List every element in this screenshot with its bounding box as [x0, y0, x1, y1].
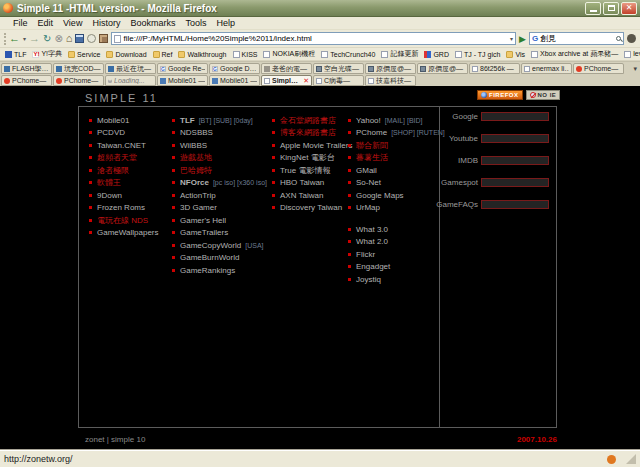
tab[interactable]: 86t256k — — [469, 63, 520, 74]
tab[interactable]: Mobile01 — — [157, 75, 208, 86]
minimize-button[interactable] — [585, 2, 601, 15]
reload-button[interactable]: ↻ — [43, 34, 51, 44]
all-tabs-dropdown-icon[interactable]: ▾ — [633, 65, 637, 73]
menu-file[interactable]: File — [8, 18, 33, 28]
bookmark-item[interactable]: Download — [106, 51, 146, 58]
link-hbo-taiwan[interactable]: HBO Taiwan — [280, 178, 324, 187]
link-joystiq[interactable]: Joystiq — [356, 275, 381, 284]
link-so-net[interactable]: So-Net — [356, 178, 381, 187]
link-mobile01[interactable]: Mobile01 — [97, 116, 129, 125]
bookmark-item[interactable]: Y!字典 — [32, 49, 62, 59]
close-button[interactable]: ✕ — [621, 2, 637, 15]
link-discovery-taiwan[interactable]: Discovery Taiwan — [280, 203, 342, 212]
go-button[interactable]: ▶ — [519, 34, 526, 44]
link-what-2-0[interactable]: What 2.0 — [356, 237, 388, 246]
bookmark-item[interactable]: Service — [68, 51, 100, 58]
menu-view[interactable]: View — [58, 18, 87, 28]
link-nds[interactable]: 電玩在線 NDS — [97, 215, 148, 226]
link-gamecopyworld[interactable]: GameCopyWorld — [180, 241, 241, 250]
link-item[interactable]: 聯合新聞 — [356, 140, 388, 151]
link-item[interactable]: 巴哈姆特 — [180, 165, 212, 176]
bookmark-item[interactable]: Ref — [153, 51, 173, 58]
link-gamerankings[interactable]: GameRankings — [180, 266, 235, 275]
extension-icon[interactable] — [627, 34, 636, 43]
link-gameburnworld[interactable]: GameBurnWorld — [180, 253, 239, 262]
link-gmail[interactable]: GMail — [356, 166, 377, 175]
bookmark-item[interactable]: NOKIA刷機程 — [263, 49, 315, 59]
tab[interactable]: 最近在玩— — [105, 63, 156, 74]
link-item[interactable]: 遊戲基地 — [180, 152, 212, 163]
link-actiontrip[interactable]: ActionTrip — [180, 191, 216, 200]
restore-button[interactable] — [603, 2, 619, 15]
back-button[interactable]: ← — [9, 33, 20, 44]
tab[interactable]: 原價屋@— — [417, 63, 468, 74]
google-search-input[interactable] — [481, 112, 549, 121]
link-pcdvd[interactable]: PCDVD — [97, 128, 125, 137]
link-gamer-s-hell[interactable]: Gamer's Hell — [180, 216, 226, 225]
menu-history[interactable]: History — [87, 18, 125, 28]
bookmark-item[interactable]: KISS — [233, 51, 258, 58]
bookmark-item[interactable]: 記錄更新 — [381, 49, 418, 59]
link-engadget[interactable]: Engadget — [356, 262, 390, 271]
link-frozen-roms[interactable]: Frozen Roms — [97, 203, 145, 212]
link-pchome[interactable]: PChome — [356, 128, 387, 137]
tab[interactable]: C病毒— — [313, 75, 364, 86]
resize-grip-icon[interactable] — [626, 454, 636, 464]
google-engine-icon[interactable]: G — [532, 34, 538, 43]
bookmark-item[interactable]: Xbox archive at 蘋果豬— — [531, 49, 618, 59]
bookmark-item[interactable]: TechCrunch40 — [321, 51, 375, 58]
link-urmap[interactable]: UrMap — [356, 203, 380, 212]
gamefaqs-search-input[interactable] — [481, 200, 549, 209]
link-item[interactable]: 蕃薯生活 — [356, 152, 388, 163]
youtube-search-input[interactable] — [481, 134, 549, 143]
tab[interactable]: Mobile01 — — [209, 75, 260, 86]
tab-close-icon[interactable]: ✕ — [303, 77, 309, 84]
scrapbook-camera-icon[interactable] — [99, 34, 108, 43]
tab[interactable]: Simpl…✕ — [261, 75, 312, 86]
link-flickr[interactable]: Flickr — [356, 250, 375, 259]
gamespot-search-input[interactable] — [481, 178, 549, 187]
bookmark-item[interactable]: Vis — [506, 51, 525, 58]
tab[interactable]: Loading... — [105, 75, 156, 86]
link-item[interactable]: 博客來網路書店 — [280, 127, 336, 138]
search-bar[interactable]: G 創見 — [529, 32, 624, 45]
tab[interactable]: enermax li… — [521, 63, 572, 74]
menu-tools[interactable]: Tools — [180, 18, 211, 28]
url-bar[interactable]: file:///P:/MyHTML/Home%20Simple%2011/ind… — [111, 32, 516, 45]
link-apple-movie-trailers[interactable]: Apple Movie Trailers — [280, 141, 352, 150]
link-wiibbs[interactable]: WiiBBS — [180, 141, 207, 150]
tab[interactable]: Google D… — [209, 63, 260, 74]
imdb-search-input[interactable] — [481, 156, 549, 165]
link-yahoo[interactable]: Yahoo! — [356, 116, 381, 125]
tab[interactable]: 原價屋@— — [365, 63, 416, 74]
url-dropdown-icon[interactable]: ▾ — [510, 35, 513, 42]
bookmark-item[interactable]: leveling.ca 遊戲娛樂 IP— — [624, 49, 640, 59]
menu-bookmarks[interactable]: Bookmarks — [125, 18, 180, 28]
bookmark-item[interactable]: Walkthrough — [178, 51, 226, 58]
link-what-3-0[interactable]: What 3.0 — [356, 225, 388, 234]
url-text[interactable]: file:///P:/MyHTML/Home%20Simple%2011/ind… — [123, 34, 508, 43]
tab[interactable]: FLASH學… — [1, 63, 52, 74]
tab[interactable]: 技嘉科技— — [365, 75, 416, 86]
tab[interactable]: 玩完COD— — [53, 63, 104, 74]
bookmark-item[interactable]: TLF — [5, 51, 26, 58]
menu-edit[interactable]: Edit — [33, 18, 59, 28]
bookmark-item[interactable]: TJ - TJ gich — [455, 51, 500, 58]
stop-button[interactable]: ⊗ — [54, 34, 62, 44]
no-ie-badge[interactable]: NO IE — [526, 90, 561, 100]
link-gamewallpapers[interactable]: GameWallpapers — [97, 228, 159, 237]
bookmarks-sidebar-icon[interactable] — [75, 34, 84, 43]
link-item[interactable]: 超頻者天堂 — [97, 152, 137, 163]
tab[interactable]: PChome— — [1, 75, 52, 86]
history-clock-icon[interactable] — [87, 34, 96, 43]
link-kingnet[interactable]: KingNet 電影台 — [280, 152, 335, 163]
link-taiwan-cnet[interactable]: Taiwan.CNET — [97, 141, 146, 150]
link-item[interactable]: 金石堂網路書店 — [280, 115, 336, 126]
link-gametrailers[interactable]: GameTrailers — [180, 228, 228, 237]
link-nforce[interactable]: NFOrce — [180, 178, 209, 187]
link-item[interactable]: 滄者極限 — [97, 165, 129, 176]
magnifier-icon[interactable] — [616, 36, 621, 41]
link-ndsbbs[interactable]: NDSBBS — [180, 128, 213, 137]
forward-button[interactable]: → — [29, 33, 40, 44]
link-tlf[interactable]: TLF — [180, 116, 195, 125]
